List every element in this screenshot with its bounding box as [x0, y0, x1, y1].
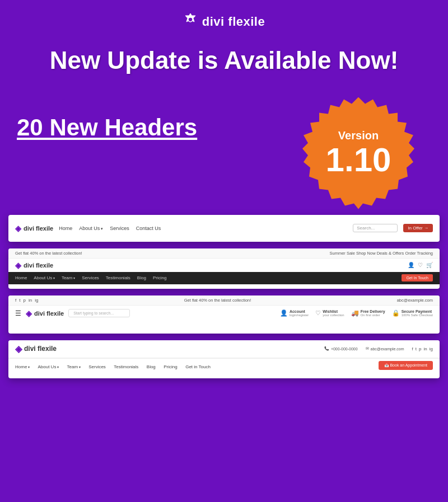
preview3-logo-icon: ◈ [26, 309, 32, 318]
preview2-nav-services: Services [82, 275, 99, 280]
cart-icon: 🛒 [426, 262, 433, 268]
payment-title: Secure Payment [402, 309, 433, 313]
preview2-nav-pricing: Pricing [153, 275, 166, 280]
preview2-logo: ◈ divi flexile [15, 261, 53, 270]
facebook-icon: f [15, 298, 16, 303]
preview2-top-bar: Get flat 40% on the latest collection! S… [8, 248, 440, 259]
wishlist-title: Wishlist [323, 309, 344, 313]
headline-text: New Update is Available Now! [22, 46, 426, 75]
phone-icon: 📞 [324, 346, 329, 351]
preview3-feature-delivery: 🚚 Free Delivery On first order [351, 309, 385, 317]
preview2-nav-blog: Blog [137, 275, 146, 280]
linkedin-icon-p4: in [424, 346, 427, 351]
payment-sub: 100% Safe Checkout [402, 313, 433, 317]
preview4-logo: ◈ divi flexile [15, 344, 57, 354]
delivery-icon: 🚚 [351, 309, 359, 317]
preview4-nav-pricing: Pricing [164, 364, 177, 369]
preview2-nav-testimonials: Testimonials [106, 275, 130, 280]
divi-logo-icon [183, 12, 198, 31]
person-icon: 👤 [408, 262, 414, 268]
preview1-bar: ◈ divi flexile Home About Us Services Co… [8, 215, 440, 242]
content-row: 20 New Headers Version 1.10 [0, 81, 448, 215]
preview4-brand-text: divi flexile [24, 345, 57, 353]
preview1-brand-text: divi flexile [24, 225, 53, 232]
preview2-bar: Get flat 40% on the latest collection! S… [8, 248, 440, 289]
preview1-nav-home: Home [59, 226, 72, 231]
top-logo-area: divi flexile [0, 0, 448, 36]
preview4-contact-info: 📞 +000-000-0000 ✉ abc@example.com f t p … [324, 346, 433, 351]
pinterest-icon-p4: p [419, 346, 421, 351]
preview1-nav-about: About Us [79, 226, 103, 231]
preview1-nav-services: Services [110, 226, 129, 231]
preview4-bar: ◈ divi flexile 📞 +000-000-0000 ✉ abc@exa… [8, 340, 440, 378]
preview4-phone: 📞 +000-000-0000 [324, 346, 358, 351]
preview4-logo-icon: ◈ [15, 344, 22, 354]
preview4-nav-team: Team [67, 364, 81, 369]
preview4-nav-blog: Blog [147, 364, 156, 369]
preview4-nav-testimonials: Testimonials [114, 364, 138, 369]
preview4-book-button: 📅 Book an Appointment [379, 361, 433, 370]
preview3-feature-wishlist: ♡ Wishlist your collection [315, 309, 344, 317]
preview2-cta-button: Get In Touch [402, 274, 433, 282]
preview2-logo-icon: ◈ [15, 261, 21, 270]
preview3-search-box: Start typing to search... [68, 309, 130, 317]
preview3-top-bar: f t p in ig Get flat 40% on the latest c… [8, 295, 440, 306]
preview3-middle-bar: ☰ ◈ divi flexile Start typing to search.… [8, 306, 440, 321]
preview4-top-bar: ◈ divi flexile 📞 +000-000-0000 ✉ abc@exa… [8, 340, 440, 358]
preview4-email: ✉ abc@example.com [366, 346, 404, 351]
preview2-nav-team: Team [62, 275, 75, 280]
new-headers-label: 20 New Headers [17, 97, 197, 141]
preview1-cta-button: In Offer → [403, 224, 433, 232]
preview2-top-left: Get flat 40% on the latest collection! [15, 251, 82, 256]
preview3-brand-text: divi flexile [34, 310, 64, 317]
preview3-feature-payment: 🔒 Secure Payment 100% Safe Checkout [392, 309, 433, 317]
instagram-icon: ig [35, 298, 38, 303]
preview3-features: 👤 Account login/register ♡ Wishlist your… [280, 309, 433, 317]
preview3-top-email: abc@example.com [397, 298, 433, 303]
preview4-nav-home: Home [15, 364, 30, 369]
preview2-bottom-nav: Home About Us Team Services Testimonials… [8, 272, 440, 284]
twitter-icon: t [19, 298, 20, 303]
preview4-nav-items: Home About Us Team Services Testimonials… [15, 360, 216, 370]
preview2-brand-text: divi flexile [24, 262, 53, 269]
main-headline-section: New Update is Available Now! [0, 36, 448, 81]
preview4-social-icons: f t p in ig [412, 346, 433, 351]
delivery-sub: On first order [361, 313, 385, 317]
svg-point-0 [188, 17, 193, 22]
preview2-icons: 👤 ♡ 🛒 [408, 262, 433, 268]
preview3-bar: f t p in ig Get flat 40% on the latest c… [8, 295, 440, 334]
header-preview-1: ◈ divi flexile Home About Us Services Co… [8, 215, 440, 242]
preview3-feature-account: 👤 Account login/register [280, 309, 309, 317]
preview3-top-center: Get flat 40% on the latest collection! [184, 298, 251, 303]
preview4-nav-about: About Us [38, 364, 59, 369]
instagram-icon-p4: ig [430, 346, 433, 351]
heart-icon: ♡ [418, 262, 423, 268]
preview2-nav-home: Home [15, 275, 27, 280]
delivery-title: Free Delivery [361, 309, 385, 313]
email-icon: ✉ [366, 346, 369, 351]
version-badge-container: Version 1.10 [302, 97, 431, 209]
hamburger-icon: ☰ [15, 309, 21, 317]
preview4-nav-contact: Get in Touch [185, 364, 211, 369]
pinterest-icon: p [23, 298, 25, 303]
header-preview-3: f t p in ig Get flat 40% on the latest c… [8, 295, 440, 334]
header-preview-4: ◈ divi flexile 📞 +000-000-0000 ✉ abc@exa… [8, 340, 440, 378]
header-preview-2: Get flat 40% on the latest collection! S… [8, 248, 440, 289]
header-previews-section: ◈ divi flexile Home About Us Services Co… [0, 215, 448, 378]
preview1-nav-contact: Contact Us [136, 226, 161, 231]
version-number: 1.10 [326, 143, 391, 177]
payment-icon: 🔒 [392, 309, 400, 317]
preview3-social-icons: f t p in ig [15, 298, 38, 303]
account-icon: 👤 [280, 309, 288, 317]
version-label: Version [338, 129, 379, 142]
brand-name: divi flexile [202, 15, 265, 29]
preview2-top-right: Summer Sale Shop Now Deals & Offers Orde… [329, 251, 433, 256]
preview4-nav-services: Services [88, 364, 106, 369]
wishlist-icon: ♡ [315, 309, 321, 317]
preview3-logo: ◈ divi flexile [26, 309, 64, 318]
account-sub: login/register [290, 313, 309, 317]
version-badge: Version 1.10 [302, 97, 414, 209]
preview2-middle-bar: ◈ divi flexile 👤 ♡ 🛒 [8, 259, 440, 272]
preview1-search: Search... [353, 224, 398, 232]
facebook-icon-p4: f [412, 346, 413, 351]
